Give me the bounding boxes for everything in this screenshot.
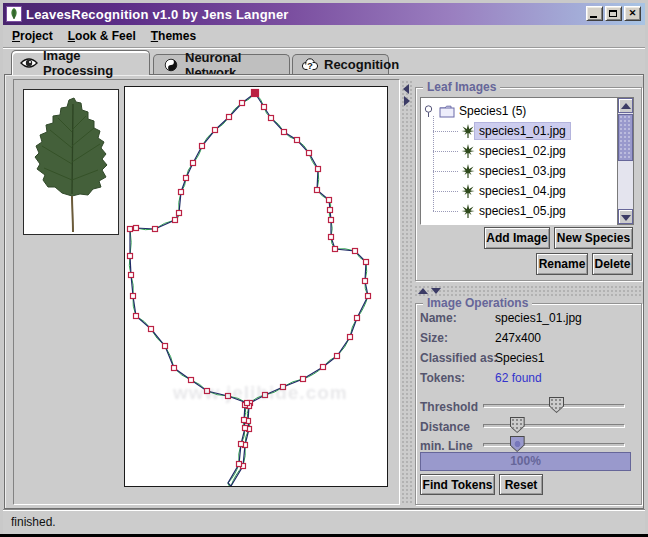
new-species-button[interactable]: New Species xyxy=(554,227,633,249)
menu-project[interactable]: Project xyxy=(6,27,59,45)
token-marker xyxy=(366,294,371,299)
splitter-collapse-left-icon[interactable] xyxy=(403,84,409,94)
distance-label: Distance xyxy=(420,420,470,434)
find-tokens-button[interactable]: Find Tokens xyxy=(420,474,495,495)
size-label: Size: xyxy=(420,331,448,345)
scroll-down-button[interactable] xyxy=(618,209,633,224)
scrollbar-thumb[interactable] xyxy=(618,114,633,161)
min-line-slider[interactable] xyxy=(483,443,625,447)
token-marker xyxy=(315,188,320,193)
token-marker xyxy=(348,335,353,340)
tab-image-processing[interactable]: Image Processing xyxy=(11,50,150,75)
token-marker xyxy=(301,377,306,382)
tab-recognition[interactable]: ? Recognition xyxy=(292,54,389,74)
title-bar[interactable]: LeavesRecognition v1.0 by Jens Langner ✕ xyxy=(3,3,645,25)
tree-item-label: species1_05.jpg xyxy=(475,203,570,219)
menu-look-and-feel[interactable]: Look & Feel xyxy=(62,27,142,45)
token-marker xyxy=(128,254,133,259)
rename-button[interactable]: Rename xyxy=(536,253,588,275)
tree-item-species1_05.jpg[interactable]: species1_05.jpg xyxy=(461,201,570,221)
tree-item-species1_03.jpg[interactable]: species1_03.jpg xyxy=(461,161,570,181)
tree-item-species1_01.jpg[interactable]: species1_01.jpg xyxy=(461,121,570,141)
maximize-button[interactable] xyxy=(605,6,622,21)
image-operations-title: Image Operations xyxy=(423,296,532,310)
add-image-button[interactable]: Add Image xyxy=(484,227,550,249)
token-marker xyxy=(240,101,245,106)
token-marker xyxy=(328,208,333,213)
token-marker xyxy=(134,314,139,319)
close-button[interactable]: ✕ xyxy=(624,6,641,21)
splitter-collapse-right-icon[interactable] xyxy=(404,96,410,106)
threshold-label: Threshold xyxy=(420,400,478,414)
token-marker xyxy=(327,198,332,203)
watermark: www.jelibide.com xyxy=(173,382,348,404)
leaf-outline-drawing xyxy=(125,87,387,486)
species-tree[interactable]: Species1 (5)species1_01.jpgspecies1_02.j… xyxy=(420,97,618,225)
tree-root-species1[interactable]: Species1 (5) xyxy=(424,101,530,121)
name-label: Name: xyxy=(420,311,457,325)
token-marker xyxy=(129,273,134,278)
token-marker xyxy=(243,426,248,431)
token-canvas[interactable]: www.jelibide.com xyxy=(124,86,388,487)
token-marker xyxy=(355,316,360,321)
tokens-label: Tokens: xyxy=(420,371,465,385)
token-marker xyxy=(184,176,189,181)
token-marker xyxy=(353,249,358,254)
app-leaf-icon xyxy=(6,6,22,22)
tree-item-species1_04.jpg[interactable]: species1_04.jpg xyxy=(461,181,570,201)
token-marker xyxy=(131,294,136,299)
menu-bar: Project Look & Feel Themes xyxy=(3,25,645,48)
maximize-icon xyxy=(609,10,617,17)
progress-text: 100% xyxy=(421,453,630,470)
token-marker xyxy=(200,144,205,149)
token-marker xyxy=(134,226,139,231)
token-marker xyxy=(128,227,133,232)
minimize-button[interactable] xyxy=(586,6,603,21)
delete-button[interactable]: Delete xyxy=(592,253,633,275)
eye-icon xyxy=(20,56,38,70)
token-marker xyxy=(329,218,334,223)
tree-expand-knob-icon[interactable] xyxy=(424,105,433,118)
reset-button[interactable]: Reset xyxy=(499,474,543,495)
svg-text:?: ? xyxy=(307,61,313,71)
token-marker xyxy=(269,116,274,121)
token-marker xyxy=(242,418,247,423)
menu-themes[interactable]: Themes xyxy=(145,27,202,45)
token-marker xyxy=(364,260,369,265)
vertical-splitter[interactable] xyxy=(401,80,412,505)
token-marker xyxy=(363,279,368,284)
tree-connector xyxy=(433,191,458,192)
tree-root-label: Species1 (5) xyxy=(455,103,530,119)
classified-as-label: Classified as: xyxy=(420,351,497,365)
minimize-icon xyxy=(590,16,597,18)
scroll-down-icon xyxy=(621,215,631,221)
classified-as-value: Species1 xyxy=(495,351,544,365)
tree-item-species1_02.jpg[interactable]: species1_02.jpg xyxy=(461,141,570,161)
tree-item-label: species1_03.jpg xyxy=(475,163,570,179)
leaf-images-title: Leaf Images xyxy=(423,80,500,94)
tab-neuronal-network[interactable]: Neuronal Network xyxy=(153,54,290,74)
size-value: 247x400 xyxy=(495,331,541,345)
close-icon: ✕ xyxy=(629,8,637,18)
token-marker xyxy=(163,344,168,349)
tree-item-label: species1_04.jpg xyxy=(475,183,570,199)
token-marker xyxy=(149,327,154,332)
progress-bar: 100% xyxy=(420,452,631,471)
token-marker xyxy=(227,115,232,120)
token-marker xyxy=(329,235,334,240)
tree-connector xyxy=(433,151,458,152)
leaf-file-icon xyxy=(461,203,475,219)
scroll-up-icon xyxy=(621,103,631,109)
tree-scrollbar[interactable] xyxy=(617,97,634,225)
token-marker xyxy=(153,227,158,232)
token-marker xyxy=(173,218,178,223)
token-marker xyxy=(172,366,177,371)
scroll-up-button[interactable] xyxy=(618,98,633,113)
yin-yang-icon xyxy=(162,58,180,72)
token-marker xyxy=(179,190,184,195)
splitter-collapse-down-icon[interactable] xyxy=(431,288,441,294)
tokens-value: 62 found xyxy=(495,371,542,385)
distance-slider[interactable] xyxy=(483,424,625,428)
splitter-collapse-up-icon[interactable] xyxy=(418,288,428,294)
status-text: finished. xyxy=(11,515,56,529)
